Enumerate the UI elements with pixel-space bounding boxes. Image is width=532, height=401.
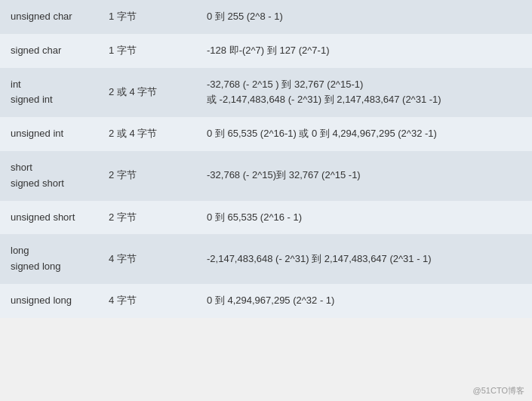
type-cell: signed char [0,34,98,68]
type-cell: unsigned char [0,0,98,34]
range-cell: 0 到 255 (2^8 - 1) [196,0,532,34]
range-cell: -128 即-(2^7) 到 127 (2^7-1) [196,34,532,68]
type-cell: int signed int [0,68,98,118]
type-cell: unsigned long [0,284,98,318]
range-cell: -2,147,483,648 (- 2^31) 到 2,147,483,647 … [196,234,532,284]
size-cell: 4 字节 [98,284,196,318]
table-row: unsigned long4 字节0 到 4,294,967,295 (2^32… [0,284,532,318]
table-row: unsigned short2 字节0 到 65,535 (2^16 - 1) [0,201,532,235]
table-row: long signed long4 字节-2,147,483,648 (- 2^… [0,234,532,284]
size-cell: 1 字节 [98,34,196,68]
size-cell: 4 字节 [98,234,196,284]
size-cell: 1 字节 [98,0,196,34]
type-cell: short signed short [0,151,98,201]
size-cell: 2 或 4 字节 [98,68,196,118]
range-cell: 0 到 65,535 (2^16 - 1) [196,201,532,235]
range-cell: 0 到 65,535 (2^16-1) 或 0 到 4,294,967,295 … [196,117,532,151]
range-cell: -32,768 (- 2^15 ) 到 32,767 (2^15-1) 或 -2… [196,68,532,118]
size-cell: 2 字节 [98,151,196,201]
data-types-table: unsigned char1 字节0 到 255 (2^8 - 1)signed… [0,0,532,318]
type-cell: long signed long [0,234,98,284]
table-row: int signed int2 或 4 字节-32,768 (- 2^15 ) … [0,68,532,118]
range-cell: -32,768 (- 2^15)到 32,767 (2^15 -1) [196,151,532,201]
type-cell: unsigned short [0,201,98,235]
range-cell: 0 到 4,294,967,295 (2^32 - 1) [196,284,532,318]
watermark: @51CTO博客 [473,385,524,396]
table-row: unsigned char1 字节0 到 255 (2^8 - 1) [0,0,532,34]
size-cell: 2 字节 [98,201,196,235]
table-row: signed char1 字节-128 即-(2^7) 到 127 (2^7-1… [0,34,532,68]
type-cell: unsigned int [0,117,98,151]
table-row: unsigned int2 或 4 字节0 到 65,535 (2^16-1) … [0,117,532,151]
size-cell: 2 或 4 字节 [98,117,196,151]
table-row: short signed short2 字节-32,768 (- 2^15)到 … [0,151,532,201]
